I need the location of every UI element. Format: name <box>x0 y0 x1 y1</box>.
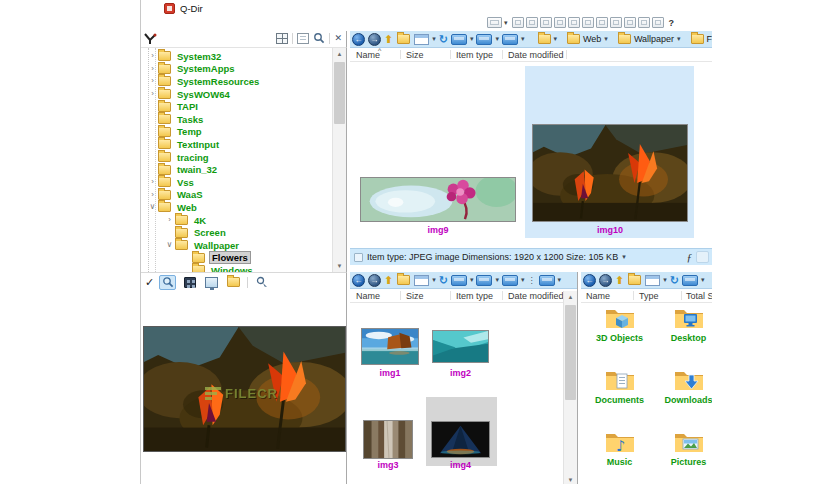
tree-item[interactable]: ∨ Web <box>141 201 332 214</box>
chevron-down-icon[interactable]: ▾ <box>554 35 558 43</box>
back-icon[interactable]: ← <box>352 274 365 287</box>
view-button-1[interactable] <box>682 275 698 286</box>
preview-image-tulips[interactable] <box>143 326 346 452</box>
forward-icon[interactable]: → <box>599 274 612 287</box>
expand-icon[interactable]: › <box>147 76 158 86</box>
view-button-2[interactable] <box>476 275 492 286</box>
tree-newfolder-icon[interactable] <box>297 33 309 44</box>
breadcrumb-segment[interactable]: Web ▾ <box>563 32 612 46</box>
title-bar[interactable]: Q-Dir <box>141 0 712 16</box>
file-label[interactable]: img9 <box>360 225 516 235</box>
expand-icon[interactable]: ∨ <box>147 202 158 212</box>
file-label[interactable]: img10 <box>532 225 688 235</box>
view-mode-icon[interactable] <box>414 275 429 286</box>
calculator-button[interactable] <box>181 275 198 290</box>
chevron-down-icon[interactable]: ▾ <box>470 35 474 43</box>
zoom-select-button[interactable] <box>253 275 270 290</box>
chevron-down-icon[interactable]: ▾ <box>432 276 436 284</box>
tree-root-icon[interactable] <box>144 33 157 45</box>
chevron-down-icon[interactable]: ▾ <box>521 276 525 284</box>
column-header-name[interactable]: Name <box>356 48 380 62</box>
chevron-down-icon[interactable]: ▾ <box>521 35 525 43</box>
layout-preset-button[interactable] <box>596 17 608 28</box>
scrollbar-thumb[interactable] <box>565 305 576 400</box>
tree-item[interactable]: › Vss <box>141 176 332 189</box>
tree-item[interactable]: › SystemResources <box>141 75 332 88</box>
chevron-down-icon[interactable]: ▾ <box>504 19 508 27</box>
expand-icon[interactable]: › <box>147 89 158 99</box>
file-label[interactable]: img3 <box>363 460 413 470</box>
folder-pictures[interactable]: Pictures <box>654 429 712 484</box>
column-header-type[interactable]: Type <box>639 289 659 303</box>
folder-desktop[interactable]: Desktop <box>654 305 712 367</box>
column-header-totalsize[interactable]: Total Size <box>686 289 712 303</box>
tree-item[interactable]: Flowers <box>141 252 332 265</box>
tree-item[interactable]: › 4K <box>141 214 332 227</box>
folder-label[interactable]: Downloads <box>664 395 712 405</box>
column-header-datemodified[interactable]: Date modified <box>508 48 564 62</box>
back-icon[interactable]: ← <box>583 274 596 287</box>
folder-label[interactable]: Pictures <box>671 457 707 467</box>
column-header-itemtype[interactable]: Item type <box>456 48 493 62</box>
chevron-down-icon[interactable]: ▾ <box>495 276 499 284</box>
file-label[interactable]: img2 <box>432 368 489 378</box>
tree-item[interactable]: › WaaS <box>141 189 332 202</box>
breadcrumb-segment[interactable]: Wallpaper ▾ <box>614 32 685 46</box>
close-tree-icon[interactable]: ✕ <box>334 33 342 44</box>
new-folder-icon[interactable] <box>397 34 410 44</box>
layout-preset-button[interactable] <box>568 17 580 28</box>
folder-downloads[interactable]: Downloads <box>654 367 712 429</box>
refresh-icon[interactable]: ↻ <box>439 274 448 287</box>
layout-preset-button[interactable] <box>624 17 636 28</box>
tree-item[interactable]: Temp <box>141 126 332 139</box>
tree-item[interactable]: tracing <box>141 151 332 164</box>
folder-music[interactable]: ♪ Music <box>585 429 654 484</box>
tree-item[interactable]: Windows <box>141 264 332 272</box>
folder-label[interactable]: Desktop <box>671 333 707 343</box>
folder-tools-button[interactable] <box>225 275 242 290</box>
column-header-size[interactable]: Size <box>406 48 424 62</box>
view-button-4[interactable] <box>539 275 555 286</box>
thumbnail-img3[interactable] <box>363 420 413 459</box>
up-icon[interactable]: ⬆ <box>384 33 393 46</box>
column-header-datemodified[interactable]: Date modified <box>508 289 564 303</box>
chevron-down-icon[interactable]: ▾ <box>432 35 436 43</box>
expand-icon[interactable]: › <box>147 51 158 61</box>
view-button-3[interactable] <box>502 34 518 45</box>
forward-icon[interactable]: → <box>368 33 381 46</box>
tree-item[interactable]: Screen <box>141 226 332 239</box>
folder-label[interactable]: Music <box>607 457 633 467</box>
view-button-3[interactable] <box>502 275 518 286</box>
thumbnail-img2[interactable] <box>432 330 489 363</box>
folder-documents[interactable]: Documents <box>585 367 654 429</box>
checkmark-icon[interactable]: ✓ <box>145 276 154 289</box>
forward-icon[interactable]: → <box>368 274 381 287</box>
back-icon[interactable]: ← <box>352 33 365 46</box>
layout-preset-button[interactable] <box>512 17 524 28</box>
file-label[interactable]: img1 <box>361 368 419 378</box>
tree-item[interactable]: TextInput <box>141 138 332 151</box>
expand-icon[interactable]: › <box>164 215 175 225</box>
expand-icon[interactable]: ∨ <box>164 240 175 250</box>
tree-item[interactable]: › SysWOW64 <box>141 88 332 101</box>
layout-preset-button[interactable] <box>554 17 566 28</box>
expand-icon[interactable]: › <box>147 64 158 74</box>
folder-label[interactable]: Documents <box>595 395 644 405</box>
view-mode-icon[interactable] <box>414 34 429 45</box>
up-icon[interactable]: ⬆ <box>615 274 624 287</box>
thumbnail-img1[interactable] <box>361 328 419 365</box>
up-icon[interactable]: ⬆ <box>384 274 393 287</box>
folder-3d-objects[interactable]: 3D Objects <box>585 305 654 367</box>
new-folder-icon[interactable] <box>397 275 410 285</box>
column-header-name[interactable]: Name <box>356 289 380 303</box>
help-icon[interactable]: ? <box>669 18 675 28</box>
scroll-down-icon[interactable]: ▼ <box>564 474 577 484</box>
tree-item[interactable]: › SystemApps <box>141 63 332 76</box>
chevron-down-icon[interactable]: ▾ <box>701 276 705 284</box>
tree-item[interactable]: › System32 <box>141 50 332 63</box>
chevron-down-icon[interactable]: ▾ <box>677 35 681 43</box>
breadcrumb-segment[interactable]: ▾ <box>534 32 562 46</box>
scroll-down-icon[interactable]: ▼ <box>333 260 346 272</box>
chevron-down-icon[interactable]: ▾ <box>604 35 608 43</box>
thumbnail-img10[interactable] <box>532 124 688 222</box>
